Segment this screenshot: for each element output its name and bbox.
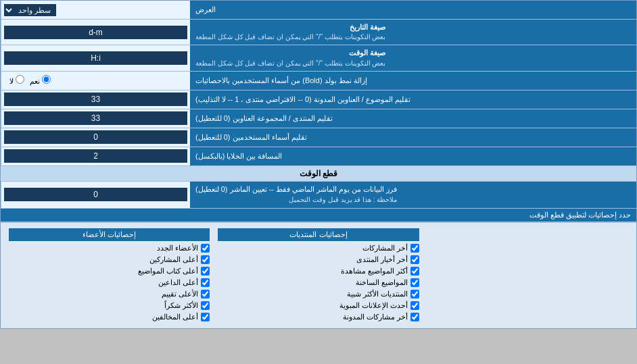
col-forums-stats: إحصائيات المنتديات أخر المشاركات أخر أخب… [214,227,423,324]
forum-item-6: أخر مشاركات المدونة [218,311,419,323]
forum-item-5: أحدث الإعلانات المبوية [218,300,419,311]
realtime-label: فرز البيانات من يوم الماشر الماضي فقط --… [190,182,636,208]
display-mode-input-cell: سطر واحد سطرين [1,1,190,19]
member-item-2: أعلى كتاب المواضيع [9,265,210,277]
forums-stats-header: إحصائيات المنتديات [218,228,419,241]
member-item-5: الأكثر شكراً [9,300,210,311]
forum-address-row: تقليم المنتدى / المجموعة العناوين (0 للت… [1,109,636,128]
bold-no-radio[interactable] [16,75,24,84]
cell-distance-row: المسافة بين الخلايا (بالبكسل) [1,147,636,166]
forum-check-6[interactable] [410,313,419,321]
realtime-row: فرز البيانات من يوم الماشر الماضي فقط --… [1,182,636,209]
realtime-section-header: قطع الوقت [1,166,636,182]
col-members-stats: إحصائيات الأعضاء الأعضاء الجدد أعلى المش… [5,227,214,324]
realtime-input-cell [1,182,190,208]
member-check-0[interactable] [201,244,210,253]
cell-distance-input[interactable] [4,149,187,163]
member-item-3: أعلى الداعين [9,277,210,288]
user-names-input-cell [1,128,190,147]
members-stats-header: إحصائيات الأعضاء [9,228,210,241]
forum-address-label: تقليم المنتدى / المجموعة العناوين (0 للت… [190,109,636,128]
time-format-input-cell [1,45,190,70]
topic-address-label: تقليم الموضوع / العناوين المدونة (0 -- ا… [190,90,636,109]
forum-item-3: المواضيع الساخنة [218,277,419,288]
date-format-input-cell [1,20,190,45]
member-check-3[interactable] [201,278,210,287]
bold-remove-row: إزالة نمط بولد (Bold) من أسماء المستخدمي… [1,72,636,90]
forum-check-1[interactable] [410,255,419,264]
cell-distance-input-cell [1,147,190,165]
forum-item-2: أكثر المواضيع مشاهدة [218,265,419,277]
bold-remove-input-cell: نعم لا [1,72,190,90]
topic-address-input[interactable] [4,93,187,106]
forum-check-4[interactable] [410,290,419,298]
bold-no-label: لا [9,75,24,86]
display-mode-row: العرض سطر واحد سطرين [1,1,636,20]
forum-item-4: المنتديات الأكثر شبية [218,288,419,300]
bold-remove-label: إزالة نمط بولد (Bold) من أسماء المستخدمي… [190,72,636,90]
date-format-row: صيغة التاريخ بعض التكوينات يتطلب "/" الت… [1,20,636,45]
col-empty [423,227,632,324]
bold-yes-radio[interactable] [42,75,51,84]
bold-radio-group: نعم لا [4,75,56,86]
member-check-6[interactable] [201,313,210,321]
date-format-label: صيغة التاريخ بعض التكوينات يتطلب "/" الت… [190,20,636,45]
member-check-1[interactable] [201,255,210,264]
forum-check-2[interactable] [410,267,419,276]
forum-item-0: أخر المشاركات [218,242,419,254]
member-check-2[interactable] [201,267,210,276]
forum-check-3[interactable] [410,278,419,287]
display-mode-label: العرض [190,1,636,19]
forum-address-input[interactable] [4,111,187,125]
bottom-grid: إحصائيات المنتديات أخر المشاركات أخر أخب… [5,227,632,324]
member-item-0: الأعضاء الجدد [9,242,210,254]
member-check-4[interactable] [201,290,210,298]
bold-yes-label: نعم [30,75,51,86]
member-check-5[interactable] [201,301,210,310]
settings-container: العرض سطر واحد سطرين صيغة التاريخ بعض ال… [0,0,637,329]
cell-distance-label: المسافة بين الخلايا (بالبكسل) [190,147,636,165]
limit-row: حدد إحصائيات لتطبيق قطع الوقت [1,209,636,222]
realtime-input[interactable] [4,188,187,201]
forum-item-1: أخر أخبار المنتدى [218,254,419,265]
display-mode-select[interactable]: سطر واحد سطرين [4,4,56,16]
forum-address-input-cell [1,109,190,128]
time-format-row: صيغة الوقت بعض التكوينات يتطلب "/" التي … [1,45,636,71]
date-format-input[interactable] [4,26,187,39]
user-names-label: تقليم أسماء المستخدمين (0 للتعطيل) [190,128,636,147]
topic-address-row: تقليم الموضوع / العناوين المدونة (0 -- ا… [1,90,636,109]
user-names-row: تقليم أسماء المستخدمين (0 للتعطيل) [1,128,636,147]
member-item-1: أعلى المشاركين [9,254,210,265]
member-item-4: الأعلى تقييم [9,288,210,300]
bottom-section: إحصائيات المنتديات أخر المشاركات أخر أخب… [1,222,636,328]
time-format-input[interactable] [4,51,187,65]
user-names-input[interactable] [4,130,187,144]
member-item-6: أعلى المخالفين [9,311,210,323]
time-format-label: صيغة الوقت بعض التكوينات يتطلب "/" التي … [190,45,636,70]
topic-address-input-cell [1,90,190,109]
forum-check-0[interactable] [410,244,419,253]
forum-check-5[interactable] [410,301,419,310]
